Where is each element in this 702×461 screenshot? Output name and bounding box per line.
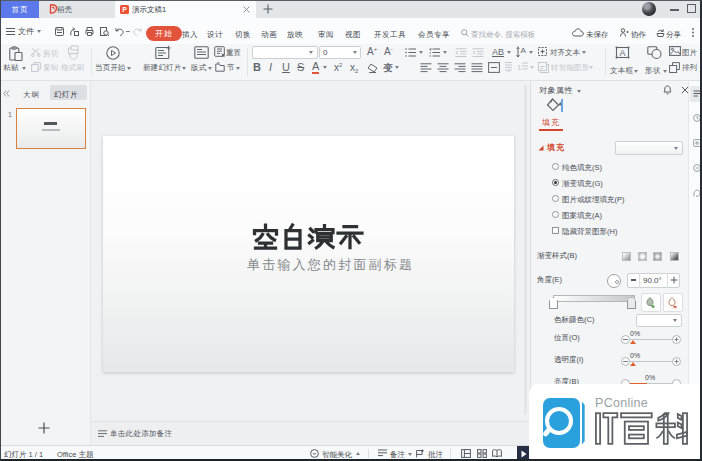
svg-text:A: A — [620, 48, 626, 58]
svg-text:1: 1 — [517, 63, 522, 72]
svg-text:A: A — [521, 46, 527, 55]
